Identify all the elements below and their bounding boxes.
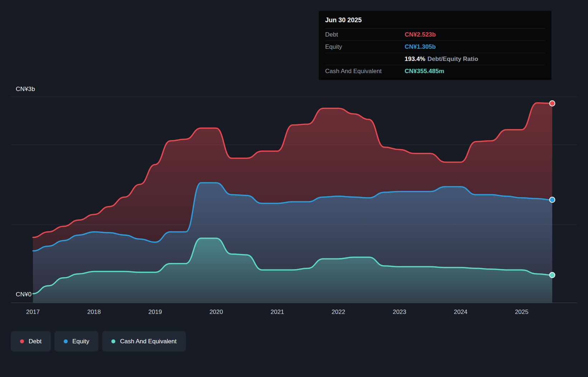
debt-endpoint-marker[interactable] bbox=[550, 101, 555, 106]
legend-cash-label: Cash And Equivalent bbox=[120, 338, 177, 345]
x-axis-label-2019: 2019 bbox=[148, 309, 162, 316]
tooltip-equity-value: CN¥1.305b bbox=[405, 43, 545, 51]
x-axis-label-2018: 2018 bbox=[87, 309, 101, 316]
legend: Debt Equity Cash And Equivalent bbox=[11, 331, 186, 352]
equity-endpoint-marker[interactable] bbox=[550, 197, 555, 202]
x-axis-label-2021: 2021 bbox=[270, 309, 284, 316]
legend-item-cash[interactable]: Cash And Equivalent bbox=[102, 331, 186, 352]
x-axis-label-2020: 2020 bbox=[209, 309, 223, 316]
tooltip-cash-value: CN¥355.485m bbox=[405, 68, 545, 75]
tooltip-ratio-value: 193.4% bbox=[405, 56, 425, 62]
x-axis: 201720182019202020212022202320242025 bbox=[0, 309, 588, 318]
legend-equity-label: Equity bbox=[72, 338, 89, 345]
tooltip-debt-value: CN¥2.523b bbox=[405, 31, 545, 38]
x-axis-label-2024: 2024 bbox=[454, 309, 467, 316]
tooltip-equity-row: Equity CN¥1.305b bbox=[325, 40, 545, 53]
y-axis-zero-label: CN¥0 bbox=[16, 291, 32, 298]
debt-dot-icon bbox=[20, 339, 24, 343]
tooltip: Jun 30 2025 Debt CN¥2.523b Equity CN¥1.3… bbox=[319, 11, 551, 80]
x-axis-label-2017: 2017 bbox=[26, 309, 40, 316]
legend-item-equity[interactable]: Equity bbox=[54, 331, 98, 352]
tooltip-cash-label: Cash And Equivalent bbox=[325, 68, 405, 75]
tooltip-debt-row: Debt CN¥2.523b bbox=[325, 28, 545, 40]
equity-dot-icon bbox=[64, 339, 68, 343]
tooltip-ratio-label: Debt/Equity Ratio bbox=[428, 56, 478, 62]
cash-and-equivalent-endpoint-marker[interactable] bbox=[550, 272, 555, 278]
tooltip-cash-row: Cash And Equivalent CN¥355.485m bbox=[325, 65, 545, 77]
x-axis-label-2025: 2025 bbox=[515, 309, 529, 316]
y-axis-max-label: CN¥3b bbox=[16, 86, 35, 93]
tooltip-equity-label: Equity bbox=[325, 43, 405, 51]
cash-dot-icon bbox=[111, 339, 115, 343]
legend-debt-label: Debt bbox=[29, 338, 42, 345]
debt-equity-history-chart: CN¥3b CN¥0 20172018201920202021202220232… bbox=[0, 0, 588, 377]
tooltip-debt-label: Debt bbox=[325, 31, 405, 38]
tooltip-ratio-row: 193.4%Debt/Equity Ratio bbox=[325, 53, 545, 65]
legend-item-debt[interactable]: Debt bbox=[11, 331, 51, 352]
x-axis-label-2022: 2022 bbox=[332, 309, 345, 316]
x-axis-label-2023: 2023 bbox=[393, 309, 406, 316]
tooltip-date: Jun 30 2025 bbox=[325, 16, 545, 28]
